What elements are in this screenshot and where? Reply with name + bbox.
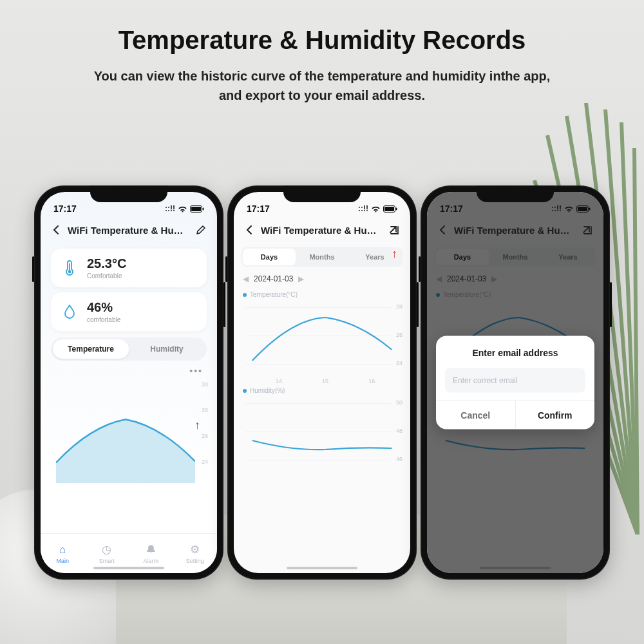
date-prev-button[interactable]: ◀ [436,274,442,283]
back-button[interactable] [243,223,257,237]
export-icon [388,224,400,236]
battery-icon [383,205,397,213]
chevron-left-icon [439,225,448,234]
svg-rect-10 [589,207,591,210]
home-icon: ⌂ [59,544,66,556]
email-input[interactable] [445,368,585,393]
pencil-icon [196,225,206,235]
export-button[interactable] [580,223,594,237]
temperature-area-chart[interactable]: 30 28 26 24 [47,380,211,483]
chevron-left-icon [245,225,254,234]
date-next-button[interactable]: ▶ [491,274,497,283]
wifi-icon [371,205,381,213]
xtick: 15 [322,378,328,384]
range-months[interactable]: Months [296,249,348,265]
cellular-icon: ::!! [358,204,368,213]
screen-history: 17:17 ::!! WiFi Temperature & Humidit...… [234,192,410,573]
date-picker-row[interactable]: ◀ 2024-01-03 ▶ [234,270,410,287]
gear-icon: ⚙ [190,543,200,556]
series-dot-icon [243,293,247,297]
clock-icon: ◷ [102,543,111,556]
phone-frame-3: 17:17 ::!! WiFi Temperature & Humidit...… [421,185,610,580]
date-next-button[interactable]: ▶ [298,274,304,283]
svg-point-3 [68,270,71,274]
humidity-card[interactable]: 46% comfortable [51,292,207,331]
back-button[interactable] [436,223,450,237]
tab-label: Alarm [143,558,158,564]
status-time: 17:17 [440,204,463,214]
humidity-status: comfortable [87,316,120,323]
series-dot-icon [243,389,247,393]
section-label-humidity: Humidity(%) [234,383,410,395]
svg-rect-6 [384,207,394,211]
date-prev-button[interactable]: ◀ [243,274,249,283]
tab-humidity[interactable]: Humidity [129,339,205,359]
screen-export-modal: 17:17 ::!! WiFi Temperature & Humidit...… [427,192,603,573]
xtick: 16 [368,378,375,384]
callout-arrow-icon: ↑ [194,419,200,432]
promo-title: Temperature & Humidity Records [0,0,644,55]
status-icons: ::!! [551,204,591,213]
ytick: 26 [202,433,208,439]
metric-toggle: Temperature Humidity [51,337,207,361]
export-icon [582,224,593,236]
svg-rect-9 [578,207,587,211]
ytick: 30 [202,381,208,388]
edit-button[interactable] [194,223,208,237]
humidity-value: 46% [87,300,120,315]
wifi-icon [178,205,187,213]
battery-icon [190,205,204,213]
temperature-status: Comfortable [87,272,126,279]
xtick: 14 [276,378,282,384]
nav-bar: WiFi Temperature & Humidit... [234,218,410,243]
home-indicator [480,567,551,569]
callout-arrow-icon: ↑ [392,247,397,261]
tab-setting[interactable]: ⚙ Setting [173,534,218,573]
export-button[interactable] [387,223,401,237]
range-toggle: Days Months Years [242,247,402,267]
promo-subtitle: You can view the historic curve of the t… [90,55,554,105]
svg-rect-7 [396,207,397,210]
svg-rect-1 [191,207,201,211]
phone-frame-2: 17:17 ::!! WiFi Temperature & Humidit...… [227,185,417,580]
chart-more-button[interactable]: ••• [41,365,217,376]
temperature-value: 25.3°C [87,256,126,271]
page-title: WiFi Temperature & Humidit... [64,225,194,236]
page-title: WiFi Temperature & Humidit... [257,225,387,236]
droplet-icon [60,302,79,321]
status-icons: ::!! [165,204,204,213]
cellular-icon: ::!! [165,204,175,213]
section-label-temperature: Temperature(°C) [234,287,410,299]
tab-main[interactable]: ⌂ Main [41,534,85,573]
range-days[interactable]: Days [436,249,489,265]
series-dot-icon [436,293,440,297]
phone-frame-1: 17:17 ::!! WiFi Temperature & Humidit... [34,185,223,580]
confirm-button[interactable]: Confirm [516,401,595,430]
wifi-icon [564,205,574,213]
range-toggle: Days Months Years [435,247,596,267]
page-title: WiFi Temperature & Humidit... [450,225,580,236]
cellular-icon: ::!! [551,204,562,213]
home-indicator [287,567,357,569]
range-months[interactable]: Months [489,249,542,265]
humidity-line-chart[interactable]: 50 48 46 [239,395,405,479]
temperature-line-chart[interactable]: 28 26 24 14 15 16 [239,299,405,383]
tab-temperature[interactable]: Temperature [53,339,129,359]
bell-icon: 🔔︎ [146,544,156,556]
notch [283,185,361,202]
tab-label: Setting [186,558,204,564]
modal-title: Enter email address [436,336,594,367]
svg-rect-2 [203,207,204,210]
date-picker-row[interactable]: ◀ 2024-01-03 ▶ [427,270,603,287]
back-button[interactable] [50,223,64,237]
status-time: 17:17 [53,204,77,214]
battery-icon [576,205,591,213]
status-time: 17:17 [247,204,270,214]
screen-main: 17:17 ::!! WiFi Temperature & Humidit... [41,192,217,573]
cancel-button[interactable]: Cancel [436,401,516,430]
nav-bar: WiFi Temperature & Humidit... [427,218,603,243]
range-days[interactable]: Days [243,249,296,265]
section-label-temperature: Temperature(°C) [427,287,603,299]
range-years[interactable]: Years [542,249,594,265]
temperature-card[interactable]: 25.3°C Comfortable [51,249,207,287]
